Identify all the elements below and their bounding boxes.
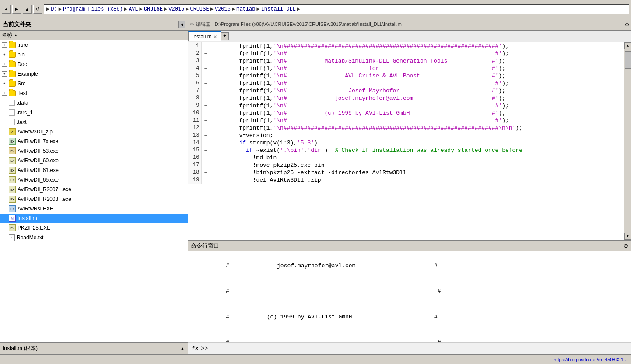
code-row: 19 – !del AvlRtw3Dll_.zip (188, 176, 624, 184)
line-dash: – (201, 102, 210, 109)
main-area: 当前文件夹 ◀ 名称 ▲ + .rsrc + bin + (0, 18, 631, 354)
list-item[interactable]: + Doc (0, 60, 188, 69)
cmd-expand-icon[interactable]: ⊙ (624, 242, 628, 249)
scroll-up-button[interactable]: ▲ (624, 42, 631, 49)
tab-add-button[interactable]: + (221, 32, 229, 40)
expand-icon[interactable]: + (2, 71, 7, 77)
exe-icon: EX (9, 138, 16, 145)
line-number: 1 (188, 42, 201, 50)
item-label: AvlRtwDll_60.exe (18, 158, 59, 164)
editor-inner: 1 – fprintf(1,'\n#######################… (188, 42, 631, 240)
item-label: .data (17, 100, 28, 106)
list-item[interactable]: + bin (0, 50, 188, 60)
address-part-d[interactable]: D: (51, 6, 57, 12)
line-number: 9 (188, 102, 201, 109)
line-number: 7 (188, 87, 201, 94)
list-item[interactable]: EX AvlRtwDll_60.exe (0, 156, 188, 165)
line-number: 18 (188, 169, 201, 176)
expand-icon[interactable]: + (2, 42, 7, 48)
nav-up-button[interactable]: ▲ (23, 5, 32, 14)
folder-icon (9, 80, 16, 87)
code-line: fprintf(1,'\n# AVL Cruise & AVL Boost #'… (210, 72, 624, 80)
scroll-thumb[interactable] (625, 51, 631, 69)
cmd-input[interactable] (210, 345, 627, 352)
item-label: AvlRtwDll_65.exe (18, 177, 59, 183)
list-item[interactable]: EX AvlRtwDll_65.exe (0, 175, 188, 185)
code-line: fprintf(1,'\n# #'); (210, 117, 624, 124)
nav-refresh-button[interactable]: ↺ (33, 5, 42, 14)
zip-icon: Z (9, 128, 16, 135)
code-line: fprintf(1,'\n# #'); (210, 80, 624, 87)
list-item-install[interactable]: M Install.m (0, 214, 188, 223)
code-line: if strcmp(v(1:3),'5.3') (210, 139, 624, 147)
list-item[interactable]: + Example (0, 69, 188, 79)
editor-expand-icon[interactable]: ⊙ (625, 21, 629, 28)
expand-icon[interactable]: + (2, 52, 7, 57)
folder-icon (9, 42, 16, 48)
expand-icon[interactable]: + (2, 91, 7, 96)
expand-icon[interactable]: + (2, 81, 7, 86)
line-number: 3 (188, 57, 201, 65)
exe-icon: EX (9, 176, 16, 183)
address-part-v2015b[interactable]: v2015 (215, 6, 231, 12)
exe-icon: EX (9, 205, 16, 212)
list-item[interactable]: EX AvlRtwDll_61.exe (0, 165, 188, 175)
file-icon (9, 100, 15, 106)
cmd-body[interactable]: # josef.mayrhofer@avl.com # # # # (c) 1 (188, 251, 631, 342)
list-item[interactable]: EX AvlRtwRsl.EXE (0, 204, 188, 214)
list-item[interactable]: + .rsrc (0, 40, 188, 50)
list-item[interactable]: Z AvlRtw3Dll_zip (0, 127, 188, 136)
list-item[interactable]: + Src (0, 79, 188, 88)
expand-icon[interactable]: + (2, 62, 7, 67)
list-item[interactable]: + Test (0, 88, 188, 98)
toolbar: ◄ ► ▲ ↺ ▶ D: ▶ Program Files (x86) ▶ AVL… (0, 0, 631, 18)
code-row: 18 – !bin\pkzip25 -extract -directories … (188, 169, 624, 176)
list-item[interactable]: EX AvlRtwDll_53.exe (0, 146, 188, 156)
list-item[interactable]: EX PKZIP25.EXE (0, 223, 188, 233)
nav-back-button[interactable]: ◄ (2, 5, 11, 14)
list-item[interactable]: .data (0, 98, 188, 108)
scroll-down-button[interactable]: ▼ (624, 233, 631, 240)
list-item[interactable]: EX AvlRtwDll_7x.exe (0, 136, 188, 146)
editor-body[interactable]: 1 – fprintf(1,'\n#######################… (188, 42, 624, 240)
panel-pin-button[interactable]: ◀ (178, 21, 185, 28)
item-label: Install.m (18, 215, 37, 221)
folder-icon (9, 71, 16, 77)
item-label: ReadMe.txt (17, 234, 43, 241)
address-part-cruise1[interactable]: CRUISE (144, 6, 163, 12)
list-item[interactable]: EX AvlRtwDll_R2007+.exe (0, 185, 188, 194)
list-item[interactable]: .rsrc_1 (0, 108, 188, 117)
address-part-programfiles[interactable]: Program Files (x86) (63, 6, 123, 12)
list-item[interactable]: T ReadMe.txt (0, 233, 188, 242)
list-item[interactable]: EX AvlRtwDll_R2008+.exe (0, 194, 188, 204)
status-right: https://blog.csdn.net/m_4508321... (554, 357, 627, 362)
address-bar[interactable]: ▶ D: ▶ Program Files (x86) ▶ AVL ▶ CRUIS… (44, 4, 629, 14)
nav-forward-button[interactable]: ► (12, 5, 21, 14)
address-part-matlab[interactable]: matlab (236, 6, 255, 12)
address-part-avl[interactable]: AVL (129, 6, 138, 12)
code-row: 3 – fprintf(1,'\n# Matlab/Simulink-DLL G… (188, 57, 624, 65)
item-label: .text (17, 119, 27, 125)
code-row: 9 – fprintf(1,'\n# #'); (188, 102, 624, 109)
file-list-header[interactable]: 名称 ▲ (0, 31, 188, 40)
code-row: 5 – fprintf(1,'\n# AVL Cruise & AVL Boos… (188, 72, 624, 80)
address-part-cruise2[interactable]: CRUISE (190, 6, 209, 12)
address-part-installdll[interactable]: Install_DLL (261, 6, 296, 12)
status-bar: https://blog.csdn.net/m_4508321... (0, 354, 631, 364)
editor-scrollbar[interactable]: ▲ ▼ (624, 42, 631, 240)
folder-icon (9, 61, 16, 67)
exe-icon: EX (9, 157, 16, 164)
code-line: v=version; (210, 132, 624, 139)
file-list[interactable]: + .rsrc + bin + Doc + Example (0, 40, 188, 342)
tab-close-button[interactable]: ✕ (214, 35, 217, 39)
tab-install[interactable]: Install.m ✕ (188, 32, 221, 41)
tab-label: Install.m (192, 34, 212, 40)
line-number: 19 (188, 176, 201, 184)
item-label: Example (18, 71, 38, 77)
line-dash: – (201, 94, 210, 102)
cmd-section: 命令行窗口 ⊙ # josef.mayrhofer@avl.com # # (188, 241, 631, 354)
address-part-v2015a[interactable]: v2015 (168, 6, 184, 12)
line-number: 6 (188, 80, 201, 87)
code-line: fprintf(1,'\n# #'); (210, 102, 624, 109)
list-item[interactable]: .text (0, 117, 188, 127)
